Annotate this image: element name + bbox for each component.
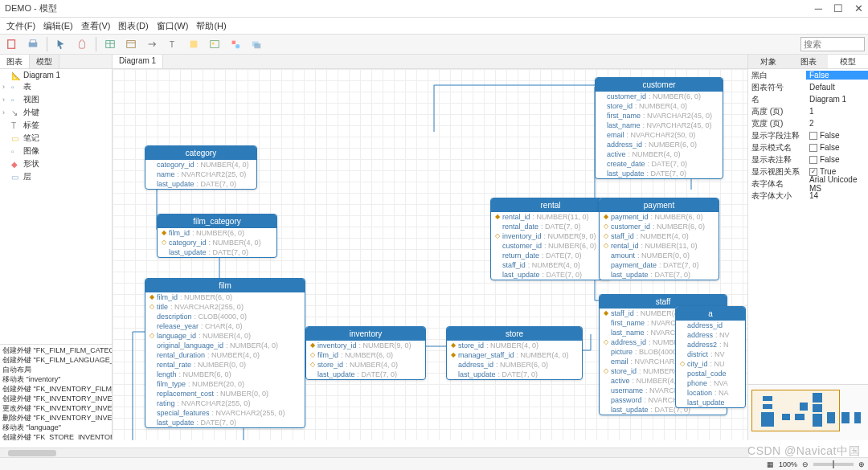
- er-canvas[interactable]: categorycategory_id: NUMBER(4, 0)name: N…: [113, 69, 747, 440]
- field-row[interactable]: rental_rate: NUMBER(0, 0): [145, 360, 305, 370]
- field-row[interactable]: ◇rental_id: NUMBER(11, 0): [600, 241, 719, 251]
- log-entry[interactable]: 创建外键 "FK_INVENTORY_INVENTORY_1": [1, 394, 111, 403]
- entity-inventory[interactable]: inventory◆inventory_id: NUMBER(9, 0)◇fil…: [305, 326, 426, 380]
- field-row[interactable]: rating: NVARCHAR2(255, 0): [145, 398, 305, 408]
- entity-customer[interactable]: customercustomer_id: NUMBER(6, 0)store_i…: [595, 77, 723, 179]
- field-row[interactable]: description: CLOB(4000, 0): [145, 312, 305, 321]
- entity-film[interactable]: film◆film_id: NUMBER(6, 0)◇title: NVARCH…: [145, 278, 305, 428]
- field-row[interactable]: ◆film_id: NUMBER(6, 0): [158, 228, 276, 238]
- field-row[interactable]: address_id: NUMBER(6, 0): [596, 140, 723, 149]
- property-row[interactable]: 显示表注释 False: [748, 153, 868, 166]
- property-row[interactable]: 图表符号Default: [748, 81, 868, 93]
- field-row[interactable]: ◆store_id: NUMBER(4, 0): [447, 341, 582, 350]
- fk-icon[interactable]: [143, 36, 161, 52]
- shape-icon[interactable]: [227, 36, 244, 52]
- field-row[interactable]: rental_duration: NUMBER(4, 0): [145, 350, 305, 360]
- menu-diagram[interactable]: 图表(D): [115, 18, 151, 34]
- hand-icon[interactable]: [73, 36, 91, 52]
- field-row[interactable]: ◇film_id: NUMBER(6, 0): [306, 350, 425, 360]
- property-grid[interactable]: 黑白False图表符号Default名Diagram 1高度 (页)1宽度 (页…: [748, 69, 868, 202]
- menu-window[interactable]: 窗口(W): [154, 18, 192, 34]
- field-row[interactable]: replacement_cost: NUMBER(0, 0): [145, 389, 305, 398]
- log-entry[interactable]: 移动表 "inventory": [1, 374, 111, 384]
- print-icon[interactable]: [24, 36, 42, 52]
- tree-item[interactable]: ▭笔记: [1, 132, 111, 145]
- field-row[interactable]: phone: NVA: [676, 378, 745, 388]
- prop-tab-model[interactable]: 模型: [828, 55, 868, 68]
- entity-address[interactable]: aaddress_idaddress: NVaddress2: Ndistric…: [675, 306, 746, 408]
- prop-tab-diagram[interactable]: 图表: [788, 55, 829, 68]
- property-row[interactable]: 高度 (页)1: [748, 105, 868, 117]
- tree-item[interactable]: ›↘外键: [1, 106, 111, 119]
- field-row[interactable]: last_update: DATE(7, 0): [596, 169, 723, 178]
- zoom-out-icon[interactable]: ⊖: [802, 460, 809, 468]
- tree-item[interactable]: ◆形状: [1, 157, 111, 170]
- property-row[interactable]: 名Diagram 1: [748, 93, 868, 105]
- field-row[interactable]: ◇language_id: NUMBER(4, 0): [145, 331, 305, 341]
- entity-rental[interactable]: rental◆rental_id: NUMBER(11, 0)rental_da…: [490, 198, 611, 280]
- field-row[interactable]: ◆inventory_id: NUMBER(9, 0): [306, 341, 425, 350]
- field-row[interactable]: ◆manager_staff_id: NUMBER(4, 0): [447, 350, 582, 360]
- field-row[interactable]: address: NV: [676, 330, 745, 340]
- field-row[interactable]: release_year: CHAR(4, 0): [145, 321, 305, 331]
- menu-file[interactable]: 文件(F): [3, 18, 39, 34]
- field-row[interactable]: first_name: NVARCHAR2(45, 0): [596, 111, 723, 121]
- field-row[interactable]: address2: N: [676, 340, 745, 349]
- entity-film_category[interactable]: film_category◆film_id: NUMBER(6, 0)◇cate…: [157, 214, 277, 258]
- field-row[interactable]: ◇inventory_id: NUMBER(9, 0): [491, 231, 610, 241]
- log-entry[interactable]: 删除外键 "FK_INVENTORY_INVENTORY_1": [1, 413, 111, 423]
- log-entry[interactable]: 更改外键 "FK_INVENTORY_INVENTORY_1" I: [1, 403, 111, 413]
- close-icon[interactable]: ✕: [854, 2, 863, 14]
- field-row[interactable]: payment_date: DATE(7, 0): [600, 260, 719, 270]
- field-row[interactable]: original_language_id: NUMBER(4, 0): [145, 341, 305, 350]
- log-entry[interactable]: 创建外键 "FK_INVENTORY_FILM_1": [1, 384, 111, 394]
- field-row[interactable]: active: NUMBER(4, 0): [596, 149, 723, 159]
- checkbox-icon[interactable]: [809, 156, 817, 164]
- field-row[interactable]: address_id: NUMBER(6, 0): [447, 360, 582, 370]
- field-row[interactable]: location: NA: [676, 388, 745, 398]
- log-entry[interactable]: 创建外键 "FK_STORE_INVENTORY_1": [1, 432, 111, 440]
- field-row[interactable]: last_update: [676, 398, 745, 407]
- field-row[interactable]: ◇staff_id: NUMBER(4, 0): [600, 231, 719, 241]
- search-input[interactable]: [800, 37, 865, 51]
- tree-item[interactable]: T标签: [1, 119, 111, 132]
- image-icon[interactable]: [206, 36, 223, 52]
- field-row[interactable]: postal_code: [676, 369, 745, 378]
- property-row[interactable]: 黑白False: [748, 69, 868, 81]
- field-row[interactable]: last_name: NVARCHAR2(45, 0): [596, 121, 723, 130]
- field-row[interactable]: customer_id: NUMBER(6, 0): [491, 241, 610, 251]
- entity-payment[interactable]: payment◆payment_id: NUMBER(6, 0)◇custome…: [599, 198, 719, 280]
- property-row[interactable]: 表字体名Arial Unicode MS: [748, 178, 868, 190]
- field-row[interactable]: ◆film_id: NUMBER(6, 0): [145, 292, 305, 302]
- zoom-in-icon[interactable]: ⊕: [858, 460, 865, 468]
- horizontal-scrollbar[interactable]: [0, 448, 749, 457]
- object-tree[interactable]: 📐Diagram 1 ›▫表›▫视图›↘外键T标签▭笔记▫图像◆形状▭层: [0, 69, 112, 344]
- checkbox-icon[interactable]: [809, 144, 817, 152]
- field-row[interactable]: ◇store_id: NUMBER(4, 0): [306, 360, 425, 370]
- property-row[interactable]: 宽度 (页)2: [748, 117, 868, 129]
- diagram-tab[interactable]: Diagram 1: [113, 55, 163, 68]
- tree-item[interactable]: ▭层: [1, 170, 111, 183]
- table-icon[interactable]: [101, 36, 119, 52]
- tree-item[interactable]: ▫图像: [1, 145, 111, 157]
- log-entry[interactable]: 移动表 "language": [1, 423, 111, 432]
- menu-edit[interactable]: 编辑(E): [40, 18, 76, 34]
- maximize-icon[interactable]: ☐: [833, 2, 843, 14]
- view-icon[interactable]: [122, 36, 140, 52]
- field-row[interactable]: ◆payment_id: NUMBER(6, 0): [600, 212, 719, 222]
- field-row[interactable]: amount: NUMBER(0, 0): [600, 251, 719, 260]
- log-entry[interactable]: 自动布局: [1, 365, 111, 374]
- log-entry[interactable]: 创建外键 "FK_FILM_LANGUAGE_1": [1, 355, 111, 365]
- pointer-icon[interactable]: [52, 36, 70, 52]
- zoom-grid-icon[interactable]: ▦: [767, 460, 774, 468]
- field-row[interactable]: special_features: NVARCHAR2(255, 0): [145, 408, 305, 418]
- field-row[interactable]: customer_id: NUMBER(6, 0): [596, 92, 723, 101]
- field-row[interactable]: last_update: DATE(7, 0): [447, 370, 582, 379]
- tree-item[interactable]: ›▫视图: [1, 93, 111, 106]
- field-row[interactable]: ◇category_id: NUMBER(4, 0): [158, 238, 276, 247]
- field-row[interactable]: return_date: DATE(7, 0): [491, 251, 610, 260]
- menu-view[interactable]: 查看(V): [78, 18, 114, 34]
- property-row[interactable]: 显示模式名 False: [748, 141, 868, 153]
- left-tab-object[interactable]: 图表: [0, 55, 30, 68]
- field-row[interactable]: last_update: DATE(7, 0): [145, 418, 305, 427]
